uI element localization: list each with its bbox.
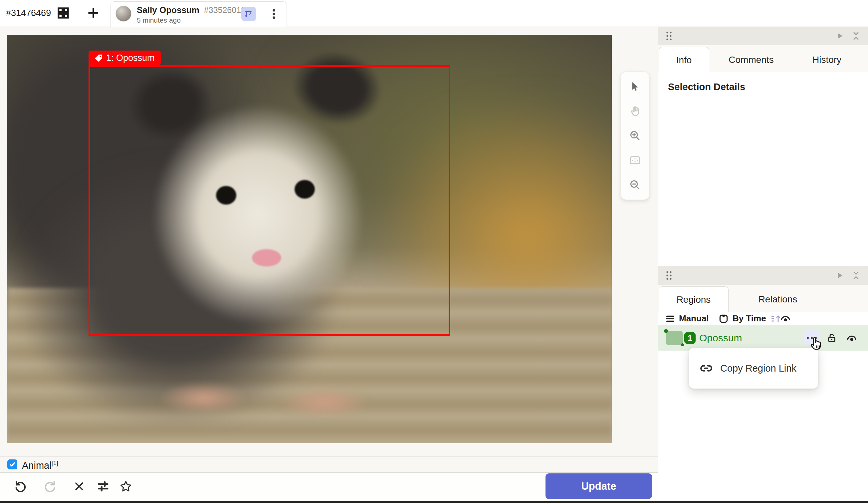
avatar: [115, 6, 132, 22]
plus-icon: [86, 6, 100, 20]
collapse-icon: [852, 31, 860, 41]
animal-checkbox[interactable]: [7, 459, 17, 469]
pointer-hand-cursor: [809, 336, 824, 352]
top-bar: #31476469 Sally Opossum#33526013 5 minut…: [0, 0, 868, 26]
regions-tabs: Regions Relations: [658, 285, 868, 312]
zoom-out-icon: [629, 179, 641, 191]
sort-by-label: By Time: [733, 313, 766, 324]
update-button-label: Update: [581, 480, 616, 492]
drag-handle-icon[interactable]: [665, 271, 673, 280]
zoom-out-button[interactable]: [627, 177, 643, 193]
task-id: #31476469: [6, 0, 51, 26]
add-annotation-button[interactable]: [86, 6, 101, 20]
bounding-box-label-text: 1: Opossum: [106, 53, 155, 63]
animal-checkbox-label: Animal[1]: [22, 460, 58, 471]
tab-relations[interactable]: Relations: [730, 287, 826, 312]
play-icon: [836, 32, 843, 40]
divider: [0, 457, 658, 457]
drag-handle-icon[interactable]: [665, 31, 673, 41]
region-label: Opossum: [699, 325, 742, 350]
redo-icon: [44, 480, 56, 493]
toggle-all-visibility-button[interactable]: [780, 313, 791, 324]
bottom-edge-strip: [0, 501, 868, 503]
region-visibility-button[interactable]: [846, 333, 857, 344]
eye-icon: [846, 333, 857, 343]
link-icon: [700, 361, 713, 375]
hand-icon: [629, 105, 641, 117]
annotation-app: #31476469 Sally Opossum#33526013 5 minut…: [0, 0, 868, 503]
copy-region-link-item[interactable]: Copy Region Link: [689, 348, 818, 389]
card-icon: [719, 314, 728, 324]
regions-icon: [244, 9, 253, 19]
regions-toolbar: Manual By Time: [658, 312, 868, 326]
zoom-in-button[interactable]: [627, 128, 643, 144]
close-icon: [74, 481, 85, 492]
collapse-icon: [852, 271, 860, 281]
details-tabs: Info Comments History: [658, 45, 868, 73]
unlock-icon: [827, 333, 837, 343]
update-button[interactable]: Update: [546, 473, 652, 499]
zoom-in-icon: [629, 130, 641, 142]
eye-icon: [780, 314, 791, 324]
pan-tool-button[interactable]: [627, 103, 643, 119]
sort-by-button[interactable]: By Time: [719, 312, 782, 325]
bounding-box[interactable]: 1: Opossum: [89, 65, 450, 336]
fit-screen-icon: [629, 154, 641, 166]
select-tool-button[interactable]: [627, 78, 643, 94]
reset-button[interactable]: [71, 478, 87, 494]
collapse-panel-button[interactable]: [852, 271, 860, 281]
grid-view-button[interactable]: [56, 6, 71, 20]
region-corner-dot: [664, 329, 668, 333]
undo-icon: [14, 480, 27, 493]
copy-region-link-label: Copy Region Link: [720, 363, 796, 374]
details-panel-header: [658, 27, 868, 45]
ground-truth-button[interactable]: [118, 478, 134, 494]
region-context-menu: Copy Region Link: [689, 348, 818, 389]
detach-panel-button[interactable]: [836, 32, 843, 40]
animal-count-sup: [1]: [52, 460, 58, 467]
details-panel-content: Selection Details: [658, 72, 868, 266]
annotation-tab[interactable]: Sally Opossum#33526013 5 minutes ago: [111, 1, 287, 27]
cursor-icon: [630, 81, 640, 92]
regions-panel-header: [658, 266, 868, 285]
bounding-box-label: 1: Opossum: [89, 51, 161, 65]
collapse-panel-button[interactable]: [852, 31, 860, 41]
play-icon: [836, 272, 843, 279]
tab-info[interactable]: Info: [659, 47, 709, 73]
annotation-time: 5 minutes ago: [137, 16, 181, 24]
group-by-button[interactable]: Manual: [666, 312, 709, 325]
region-shape-icon: [666, 331, 683, 345]
check-icon: [9, 461, 16, 468]
regions-panel-content: Manual By Time: [658, 312, 868, 501]
kebab-vertical-icon: [269, 8, 279, 20]
fit-screen-button[interactable]: [627, 153, 643, 168]
image-canvas[interactable]: 1: Opossum: [7, 35, 612, 443]
sliders-icon: [97, 480, 110, 493]
annotation-id: #33526013: [204, 5, 246, 15]
grid-icon: [56, 6, 70, 20]
tab-history[interactable]: History: [791, 47, 863, 72]
region-corner-dot: [681, 343, 684, 346]
photo-paw-left: [158, 382, 249, 415]
tab-comments[interactable]: Comments: [711, 47, 791, 72]
annotation-menu-button[interactable]: [267, 7, 281, 21]
group-by-label: Manual: [679, 313, 709, 324]
undo-button[interactable]: [13, 478, 29, 494]
selection-details-heading: Selection Details: [668, 82, 745, 93]
region-lock-button[interactable]: [827, 333, 837, 343]
photo-paw-right: [279, 386, 370, 419]
tab-regions[interactable]: Regions: [659, 286, 728, 312]
region-index-badge: 1: [684, 332, 695, 344]
tag-icon: [94, 54, 103, 62]
redo-button[interactable]: [42, 478, 58, 494]
canvas-tool-column: [621, 72, 649, 200]
regions-indicator-button[interactable]: [241, 7, 256, 21]
star-icon: [120, 480, 132, 493]
settings-button[interactable]: [95, 478, 111, 494]
annotator-name: Sally Opossum#33526013: [137, 5, 246, 15]
group-manual-icon: [666, 315, 675, 323]
region-row[interactable]: 1 Opossum: [658, 325, 868, 350]
detach-panel-button[interactable]: [836, 272, 843, 279]
